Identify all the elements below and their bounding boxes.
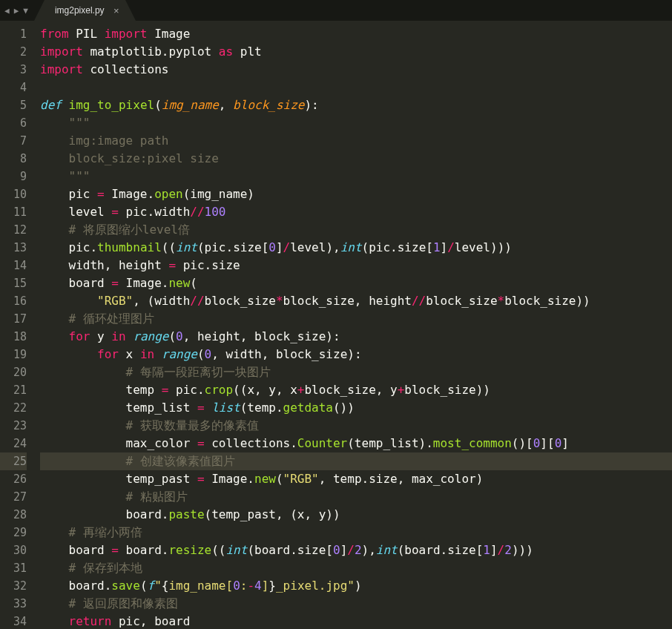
code-line[interactable]: # 获取数量最多的像素值 bbox=[40, 417, 672, 435]
nav-down-icon[interactable]: ▼ bbox=[22, 6, 30, 16]
nav-back-icon[interactable]: ◀ bbox=[3, 6, 11, 16]
nav-fwd-icon[interactable]: ▶ bbox=[13, 6, 21, 16]
line-number: 32 bbox=[0, 577, 27, 595]
code-line[interactable]: # 创建该像素值图片 bbox=[40, 452, 672, 470]
line-number: 9 bbox=[0, 168, 27, 185]
token: pic bbox=[119, 205, 148, 219]
token: 4 bbox=[254, 579, 262, 593]
token bbox=[40, 454, 126, 468]
token: 2 bbox=[355, 543, 362, 557]
token: = bbox=[197, 472, 205, 486]
code-line[interactable]: from PIL import Image bbox=[40, 25, 672, 43]
token: (( bbox=[162, 240, 176, 254]
code-line[interactable]: import matplotlib.pyplot as plt bbox=[40, 43, 672, 61]
editor[interactable]: 1234567891011121314151617181920212223242… bbox=[0, 21, 672, 629]
code-line[interactable]: # 返回原图和像素图 bbox=[40, 595, 672, 613]
code-line[interactable]: block_size:pixel size bbox=[40, 150, 672, 168]
code-line[interactable]: # 粘贴图片 bbox=[40, 488, 672, 506]
code-line[interactable]: level = pic.width//100 bbox=[40, 203, 672, 221]
code-line[interactable]: # 将原图缩小level倍 bbox=[40, 221, 672, 239]
code-line[interactable]: for x in range(0, width, block_size): bbox=[40, 346, 672, 363]
line-number: 28 bbox=[0, 506, 27, 524]
code-line[interactable]: width, height = pic.size bbox=[40, 257, 672, 274]
token: . bbox=[105, 579, 112, 593]
code-line[interactable]: board.paste(temp_past, (x, y)) bbox=[40, 506, 672, 524]
line-number: 21 bbox=[0, 381, 27, 399]
token: / bbox=[447, 240, 455, 254]
token: block_size, y bbox=[304, 383, 397, 397]
token: matplotlib bbox=[83, 45, 162, 59]
token: 0 bbox=[555, 436, 562, 450]
token: board bbox=[119, 543, 162, 557]
token: size bbox=[211, 258, 240, 272]
token: ): bbox=[304, 98, 318, 112]
token: board bbox=[40, 507, 162, 521]
line-number: 12 bbox=[0, 221, 27, 239]
line-number: 33 bbox=[0, 595, 27, 613]
token bbox=[40, 134, 69, 148]
code-line[interactable]: """ bbox=[40, 114, 672, 132]
token bbox=[40, 169, 69, 183]
token: // bbox=[190, 205, 204, 219]
code-line[interactable]: temp_past = Image.new("RGB", temp.size, … bbox=[40, 470, 672, 488]
token: 0 bbox=[233, 579, 240, 593]
token: f bbox=[148, 579, 155, 593]
code-area[interactable]: from PIL import Imageimport matplotlib.p… bbox=[34, 21, 672, 629]
token: temp_list bbox=[40, 401, 197, 415]
code-line[interactable]: board = Image.new( bbox=[40, 274, 672, 292]
token: . bbox=[426, 436, 433, 450]
code-line[interactable]: board = board.resize((int(board.size[0]/… bbox=[40, 541, 672, 559]
token: pyplot bbox=[168, 45, 218, 59]
line-number: 16 bbox=[0, 292, 27, 310]
line-number: 23 bbox=[0, 417, 27, 435]
token: 0 bbox=[205, 347, 212, 361]
token bbox=[40, 365, 126, 379]
code-line[interactable] bbox=[40, 79, 672, 96]
token: "RGB" bbox=[97, 294, 133, 308]
token: level), bbox=[290, 240, 340, 254]
code-line[interactable]: # 保存到本地 bbox=[40, 559, 672, 577]
line-number: 7 bbox=[0, 132, 27, 150]
token: . bbox=[197, 383, 205, 397]
token: . bbox=[276, 401, 283, 415]
code-line[interactable]: # 每隔一段距离切一块图片 bbox=[40, 363, 672, 381]
code-line[interactable]: pic = Image.open(img_name) bbox=[40, 185, 672, 203]
code-line[interactable]: import collections bbox=[40, 61, 672, 79]
token: "RGB" bbox=[283, 472, 319, 486]
code-line[interactable]: """ bbox=[40, 168, 672, 185]
token: ] bbox=[262, 579, 269, 593]
code-line[interactable]: return pic, board bbox=[40, 613, 672, 629]
token: ( bbox=[168, 329, 176, 343]
code-line[interactable]: max_color = collections.Counter(temp_lis… bbox=[40, 435, 672, 452]
token: pic, board bbox=[111, 614, 190, 628]
token: . bbox=[162, 507, 169, 521]
code-line[interactable]: "RGB", (width//block_size*block_size, he… bbox=[40, 292, 672, 310]
token: # 粘贴图片 bbox=[126, 490, 188, 504]
token: + bbox=[297, 383, 305, 397]
code-line[interactable]: for y in range(0, height, block_size): bbox=[40, 328, 672, 346]
token: def bbox=[40, 98, 62, 112]
token: : bbox=[240, 579, 248, 593]
code-line[interactable]: def img_to_pixel(img_name, block_size): bbox=[40, 96, 672, 114]
token: list bbox=[211, 401, 240, 415]
code-line[interactable]: pic.thumbnail((int(pic.size[0]/level),in… bbox=[40, 239, 672, 257]
token: for bbox=[97, 347, 119, 361]
token: 0 bbox=[333, 543, 340, 557]
token: } bbox=[269, 579, 276, 593]
close-icon[interactable]: × bbox=[113, 6, 119, 16]
token bbox=[40, 329, 69, 343]
token: = bbox=[162, 383, 169, 397]
code-line[interactable]: temp = pic.crop((x, y, x+block_size, y+b… bbox=[40, 381, 672, 399]
code-line[interactable]: # 再缩小两倍 bbox=[40, 524, 672, 541]
token: most_common bbox=[433, 436, 512, 450]
token: block_size)) bbox=[404, 383, 490, 397]
code-line[interactable]: temp_list = list(temp.getdata()) bbox=[40, 399, 672, 417]
code-line[interactable]: board.save(f"{img_name[0:-4]}_pixel.jpg"… bbox=[40, 577, 672, 595]
token: 0 bbox=[269, 240, 276, 254]
token: (img_name) bbox=[183, 187, 254, 201]
tab-img2pixel[interactable]: img2pixel.py × bbox=[45, 0, 125, 21]
code-line[interactable]: img:image path bbox=[40, 132, 672, 150]
token: * bbox=[276, 294, 283, 308]
code-line[interactable]: # 循环处理图片 bbox=[40, 310, 672, 328]
line-number: 10 bbox=[0, 185, 27, 203]
